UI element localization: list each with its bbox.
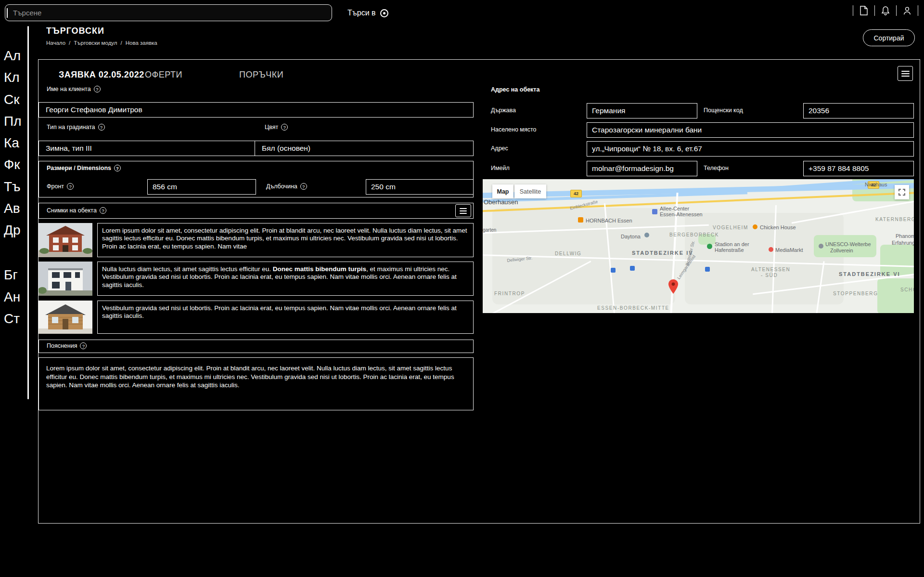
map-embed[interactable]: 42 42 Oberhausen garten HORNBACH Essen A…: [483, 179, 914, 313]
sidebar-item-dr[interactable]: Др: [4, 223, 21, 237]
document-icon[interactable]: [859, 5, 869, 16]
map-type-satellite-button[interactable]: Satellite: [514, 184, 546, 198]
map-label-poi[interactable]: MediaMarkt: [775, 247, 803, 253]
topbar-icon-group: [853, 5, 918, 16]
tab-orders[interactable]: ПОРЪЧКИ: [239, 70, 283, 80]
search-scope-control[interactable]: Търси в: [347, 7, 388, 19]
red-brick-house-photo[interactable]: [38, 223, 92, 257]
map-label-poi[interactable]: Chicken House: [760, 224, 796, 230]
panel-menu-button[interactable]: [898, 66, 913, 81]
city-input[interactable]: [587, 122, 914, 138]
email-input[interactable]: [587, 161, 697, 176]
sidebar-item-st[interactable]: Ст: [4, 312, 20, 326]
photo-description-3[interactable]: Vestibulum gravida sed nisi ut lobortis.…: [97, 301, 474, 334]
color-label: Цвят: [265, 124, 278, 131]
help-icon[interactable]: ?: [300, 183, 307, 190]
photo-description-2-bold: Donec mattis bibendum turpis: [273, 265, 366, 273]
map-label-poi[interactable]: Allee-Center: [660, 206, 689, 211]
divider: [853, 5, 853, 16]
street-input[interactable]: [587, 141, 914, 157]
bell-icon[interactable]: [880, 5, 891, 16]
map-label-district: STADTBEZIRKE IV: [632, 250, 693, 256]
scrollbar-thumb[interactable]: [27, 26, 29, 399]
daytona-poi-icon[interactable]: [644, 233, 649, 237]
sidebar-item-pl[interactable]: Пл: [4, 115, 21, 128]
photo-description-2-pre: Nulla luctus diam lectus, sit amet sagit…: [102, 265, 273, 273]
map-label-poi[interactable]: Hafenstraße: [715, 247, 744, 253]
hornbach-poi-icon[interactable]: [578, 217, 583, 223]
color-input[interactable]: [255, 141, 474, 156]
mediamarkt-poi-icon[interactable]: [769, 247, 773, 252]
postal-code-input[interactable]: [803, 103, 914, 118]
depth-label-row: Дълбочина ?: [266, 183, 307, 190]
help-icon[interactable]: ?: [67, 183, 74, 190]
user-icon[interactable]: [902, 5, 912, 16]
map-green-area: [877, 278, 914, 313]
stadium-poi-icon[interactable]: [707, 244, 712, 249]
sidebar-item-bg[interactable]: Бг: [4, 268, 18, 282]
tab-request[interactable]: ЗАЯВКА 02.05.2022: [59, 70, 144, 80]
sidebar-item-av[interactable]: Ав: [4, 202, 20, 215]
landmark-poi-icon[interactable]: [819, 244, 823, 249]
notes-label-row: Пояснения ?: [47, 342, 87, 349]
map-marker-pin[interactable]: [668, 279, 678, 296]
help-icon[interactable]: ?: [98, 124, 105, 131]
breadcrumb-current[interactable]: Нова заявка: [126, 40, 157, 46]
tab-offers[interactable]: ОФЕРТИ: [145, 70, 182, 80]
help-icon[interactable]: ?: [100, 207, 106, 214]
client-name-label: Име на клиента: [47, 86, 91, 92]
front-input[interactable]: [147, 179, 256, 195]
sidebar-item-an[interactable]: Ан: [4, 290, 20, 304]
help-icon[interactable]: ?: [80, 342, 87, 349]
photo-description-1[interactable]: Lorem ipsum dolor sit amet, consectetur …: [97, 223, 474, 257]
map-label-poi[interactable]: Essen-Altenessen: [660, 211, 703, 217]
sidebar-item-ty[interactable]: Тъ: [4, 180, 21, 194]
help-icon[interactable]: ?: [94, 86, 101, 92]
map-label-district: STADTBEZIRKE VI: [839, 271, 900, 277]
map-label-district: BERGEBORBECK: [669, 232, 719, 237]
topbar: Търси в: [0, 0, 924, 26]
main-panel: ЗАЯВКА 02.05.2022 ОФЕРТИ ПОРЪЧКИ Име на …: [38, 59, 920, 524]
sidebar-item-fk[interactable]: Фк: [4, 158, 20, 171]
sort-button[interactable]: Сортирай: [863, 29, 915, 46]
photos-menu-button[interactable]: [455, 204, 471, 217]
phone-label: Телефон: [704, 165, 729, 171]
breadcrumb-module[interactable]: Търговски модул: [74, 40, 117, 46]
depth-input[interactable]: [366, 179, 474, 195]
fullscreen-icon: [898, 189, 905, 196]
mall-poi-icon[interactable]: [652, 209, 657, 214]
divider: [896, 5, 897, 16]
help-icon[interactable]: ?: [281, 124, 288, 131]
map-label-poi[interactable]: Daytona: [621, 234, 641, 239]
transit-station-icon[interactable]: [705, 267, 710, 272]
garden-type-input[interactable]: [38, 141, 255, 156]
sidebar-item-ka[interactable]: Ка: [4, 136, 19, 150]
wooden-house-photo[interactable]: [38, 301, 92, 334]
map-label-district: SCHONNEBECK: [900, 287, 914, 292]
restaurant-poi-icon[interactable]: [753, 224, 757, 229]
map-label-poi[interactable]: Zollverein: [830, 248, 853, 253]
country-input[interactable]: [587, 103, 697, 118]
breadcrumb-home[interactable]: Начало: [46, 40, 65, 46]
sidebar-item-kl[interactable]: Кл: [4, 71, 20, 84]
transit-station-icon[interactable]: [611, 268, 616, 273]
map-label: garten: [483, 227, 496, 233]
search-input[interactable]: [5, 4, 332, 21]
map-fullscreen-button[interactable]: [895, 185, 909, 199]
transit-station-icon[interactable]: [630, 266, 635, 271]
sidebar-item-sk[interactable]: Ск: [4, 93, 19, 106]
map-label-poi[interactable]: HORNBACH Essen: [586, 218, 632, 223]
client-name-input[interactable]: [38, 102, 474, 118]
help-icon[interactable]: ?: [114, 165, 121, 171]
map-label-poi[interactable]: Erfahrungsfeld: [892, 240, 914, 246]
phone-input[interactable]: [803, 161, 914, 176]
map-type-map-button[interactable]: Map: [492, 184, 513, 198]
photo-description-2[interactable]: Nulla luctus diam lectus, sit amet sagit…: [97, 262, 474, 296]
map-label-poi[interactable]: UNESCO-Welterbe: [825, 241, 871, 247]
notes-textarea[interactable]: Lorem ipsum dolor sit amet, consectetur …: [38, 357, 474, 410]
map-label-poi[interactable]: Stadion an der: [715, 241, 749, 247]
modern-white-house-photo[interactable]: [38, 262, 92, 296]
page-title: ТЪРГОВСКИ: [46, 26, 104, 36]
map-label-poi[interactable]: Phanomania: [896, 233, 914, 239]
sidebar-item-al[interactable]: Ал: [4, 49, 21, 63]
